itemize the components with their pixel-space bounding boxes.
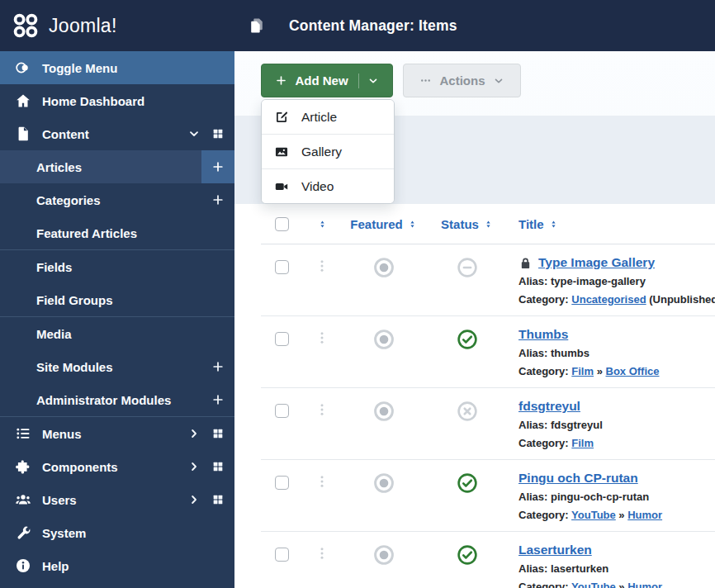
image-icon: [274, 145, 289, 159]
sort-status-icon: [483, 219, 494, 230]
article-title-link[interactable]: Laserturken: [518, 543, 592, 557]
sidebar-item-categories[interactable]: Categories: [0, 183, 234, 216]
drag-handle-icon[interactable]: [314, 330, 330, 346]
camera-icon: [274, 179, 289, 194]
status-published-icon[interactable]: [457, 472, 478, 494]
home-icon: [15, 92, 31, 109]
article-category: Category: Uncategorised (Unpublished): [518, 293, 708, 306]
featured-toggle-icon[interactable]: [373, 472, 395, 494]
chevron-right-icon: [187, 460, 201, 473]
puzzle-icon: [15, 458, 31, 475]
category-link[interactable]: Box Office: [606, 365, 660, 377]
sidebar-nav: Toggle MenuHome DashboardContentArticles…: [0, 51, 234, 582]
add-administrator-modules-icon[interactable]: [211, 393, 225, 406]
app-root: Joomla! Toggle MenuHome DashboardContent…: [0, 0, 715, 588]
featured-toggle-icon[interactable]: [373, 257, 395, 278]
dashboard-grid-icon[interactable]: [211, 493, 225, 506]
status-trashed-icon[interactable]: [457, 401, 478, 422]
sidebar-item-components[interactable]: Components: [0, 450, 234, 483]
column-header-featured[interactable]: Featured: [342, 217, 426, 231]
dashboard-grid-icon[interactable]: [211, 427, 225, 440]
column-header-title[interactable]: Title: [509, 217, 715, 231]
sort-order-icon[interactable]: [317, 219, 328, 230]
status-published-icon[interactable]: [457, 329, 478, 350]
featured-toggle-icon[interactable]: [373, 329, 395, 350]
category-link[interactable]: Humor: [627, 509, 662, 521]
sidebar-item-fields[interactable]: Fields: [0, 250, 234, 283]
status-published-icon[interactable]: [457, 544, 478, 566]
sidebar-item-site-modules[interactable]: Site Modules: [0, 350, 234, 383]
category-link[interactable]: Humor: [627, 581, 662, 588]
sidebar-item-toggle-menu[interactable]: Toggle Menu: [0, 51, 234, 84]
sidebar-item-help[interactable]: Help: [0, 549, 234, 582]
article-alias: Alias: fdsgtreyul: [518, 419, 708, 432]
sidebar-item-featured-articles[interactable]: Featured Articles: [0, 216, 234, 249]
articles-table: FeaturedStatusTitle Type Image GalleryAl…: [234, 204, 715, 588]
sidebar-item-label: Fields: [36, 260, 72, 274]
drag-handle-icon[interactable]: [314, 545, 330, 562]
article-title-link[interactable]: Type Image Gallery: [538, 255, 655, 270]
category-link[interactable]: YouTube: [571, 581, 616, 588]
add-article-quick-button[interactable]: [201, 150, 234, 183]
category-link[interactable]: Uncategorised: [571, 293, 646, 306]
info-icon: [15, 557, 31, 574]
sidebar-item-field-groups[interactable]: Field Groups: [0, 283, 234, 316]
sidebar-item-menus[interactable]: Menus: [0, 417, 234, 450]
sidebar-item-label: Articles: [36, 160, 82, 174]
app-logo[interactable]: Joomla!: [0, 0, 234, 51]
status-unpublished-icon[interactable]: [457, 257, 478, 278]
article-title-link[interactable]: fdsgtreyul: [518, 399, 580, 414]
select-all-checkbox[interactable]: [275, 217, 289, 231]
add-site-modules-icon[interactable]: [211, 360, 225, 373]
add-categories-icon[interactable]: [211, 193, 225, 206]
sidebar-item-label: Home Dashboard: [42, 94, 144, 108]
column-header-status[interactable]: Status: [426, 217, 509, 231]
menu-item-video[interactable]: Video: [262, 168, 394, 203]
sidebar-item-content[interactable]: Content: [0, 117, 234, 150]
row-checkbox[interactable]: [275, 476, 289, 490]
menu-item-gallery[interactable]: Gallery: [262, 134, 394, 168]
category-link[interactable]: Film: [571, 437, 594, 449]
row-checkbox[interactable]: [275, 548, 289, 562]
featured-toggle-icon[interactable]: [373, 401, 395, 422]
article-category: Category: YouTube » Humor: [518, 581, 708, 588]
table-row: LaserturkenAlias: laserturkenCategory: Y…: [261, 532, 715, 588]
sidebar-item-label: System: [42, 526, 86, 540]
add-new-label: Add New: [295, 74, 348, 88]
sidebar-item-articles[interactable]: Articles: [0, 150, 234, 183]
chevron-right-icon: [187, 493, 201, 506]
category-link[interactable]: YouTube: [571, 509, 616, 521]
row-checkbox[interactable]: [275, 332, 289, 346]
chevron-right-icon: [187, 427, 201, 440]
featured-toggle-icon[interactable]: [373, 544, 395, 566]
row-checkbox[interactable]: [275, 260, 289, 274]
sidebar-item-system[interactable]: System: [0, 516, 234, 549]
drag-handle-icon[interactable]: [314, 258, 330, 274]
toggle-icon: [15, 59, 31, 76]
actions-label: Actions: [439, 74, 485, 88]
table-row: Pingu och CP-rutanAlias: pingu-och-cp-ru…: [261, 460, 715, 532]
actions-button[interactable]: Actions: [403, 64, 521, 97]
sort-title-icon: [548, 219, 559, 230]
article-title-link[interactable]: Thumbs: [518, 327, 568, 342]
drag-handle-icon[interactable]: [314, 401, 330, 418]
sidebar-item-home-dashboard[interactable]: Home Dashboard: [0, 84, 234, 117]
article-title-link[interactable]: Pingu och CP-rutan: [518, 471, 638, 486]
category-link[interactable]: Film: [571, 365, 594, 377]
drag-handle-icon[interactable]: [314, 473, 330, 490]
menu-item-article[interactable]: Article: [262, 100, 394, 134]
article-category: Category: Film » Box Office: [518, 365, 708, 378]
dashboard-grid-icon[interactable]: [211, 127, 225, 140]
table-header-row: FeaturedStatusTitle: [261, 204, 715, 244]
add-new-dropdown: ArticleGalleryVideo: [261, 99, 395, 204]
sidebar-item-media[interactable]: Media: [0, 317, 234, 350]
row-checkbox[interactable]: [275, 404, 289, 418]
pencil-square-icon: [274, 110, 289, 125]
add-new-button[interactable]: Add New: [261, 64, 393, 97]
ellipsis-icon: [419, 74, 432, 87]
lock-icon: [518, 256, 533, 270]
dashboard-grid-icon[interactable]: [211, 460, 225, 473]
sidebar-item-administrator-modules[interactable]: Administrator Modules: [0, 383, 234, 416]
article-alias: Alias: laserturken: [518, 562, 708, 576]
sidebar-item-users[interactable]: Users: [0, 483, 234, 516]
